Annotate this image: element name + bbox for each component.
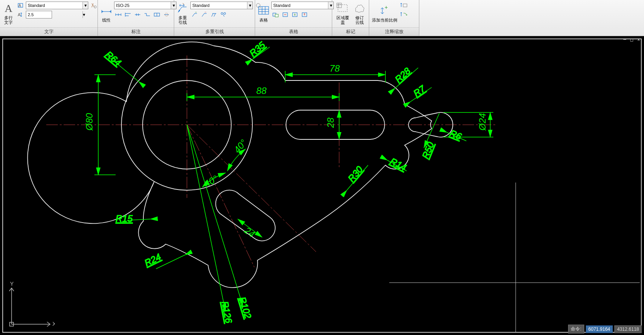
panel-annoscale: + 添加当前比例 注释缩放 <box>369 0 419 36</box>
chevron-down-icon[interactable]: ▾ <box>171 2 176 9</box>
dim-r64: R64 <box>104 49 123 68</box>
mleader-add-icon[interactable]: + <box>190 10 199 19</box>
panel-text: A 多行 文字 A ▾ A ▾ <box>0 0 98 36</box>
svg-text:A: A <box>18 12 21 17</box>
dim-24: 24 <box>242 225 257 240</box>
panel-title: 多重引线 <box>174 27 255 36</box>
panel-title: 表格 <box>255 27 332 36</box>
dim-quick-icon[interactable] <box>133 10 142 19</box>
dim-r126: R126 <box>220 300 234 324</box>
panel-title: 文字 <box>0 27 98 36</box>
table-icon <box>257 5 270 17</box>
dim-r35: R35 <box>247 39 267 58</box>
dim-baseline-icon[interactable] <box>124 10 132 19</box>
text-height-combo[interactable]: ▾ <box>26 11 52 18</box>
svg-rect-21 <box>403 4 407 7</box>
cad-drawing: 88 78 28 Ø80 Ø24 24 40° 40° R64 R35 <box>0 36 644 335</box>
chevron-down-icon[interactable]: ▾ <box>247 2 252 9</box>
dim-r102: R102 <box>237 296 254 320</box>
svg-text:+: + <box>195 12 197 14</box>
dim-r24: R24 <box>143 251 162 268</box>
dim-linear-icon <box>100 5 113 17</box>
dim-r50: R50 <box>420 140 436 160</box>
table-link-icon[interactable] <box>271 10 280 19</box>
dim-update-icon[interactable] <box>162 10 171 19</box>
dim-r28: R28 <box>393 65 412 85</box>
table-style-combo[interactable]: ▾ <box>271 2 334 9</box>
svg-rect-15 <box>275 14 278 17</box>
mleader-align-icon[interactable] <box>210 10 218 19</box>
text-height-icon[interactable]: A <box>16 10 25 19</box>
table-download-icon[interactable] <box>291 10 299 19</box>
scale-sync-icon[interactable] <box>399 10 408 19</box>
svg-point-10 <box>221 13 223 15</box>
ucs-x-label: X <box>52 321 55 327</box>
panel-title: 标注 <box>98 27 174 36</box>
mtext-icon: A <box>2 2 15 15</box>
coord-x[interactable]: 6071.9164 <box>586 325 613 333</box>
dim-tolerance-icon[interactable] <box>153 10 161 19</box>
singleline-text-icon[interactable]: A <box>16 1 25 10</box>
dim-r6: R6 <box>448 128 463 142</box>
scale-list-icon[interactable] <box>399 1 408 10</box>
dim-continue-icon[interactable] <box>114 10 123 19</box>
dim-28: 28 <box>325 117 336 128</box>
panel-dimension: 线性 ▾ 标注 <box>98 0 174 36</box>
ucs-icon: X Y <box>5 281 55 331</box>
wipeout-button[interactable]: 区域覆盖 <box>335 1 351 26</box>
find-text-icon[interactable] <box>89 1 98 10</box>
svg-text:+: + <box>385 5 388 10</box>
svg-rect-19 <box>338 5 347 12</box>
table-upload-icon[interactable] <box>300 10 309 19</box>
svg-text:A: A <box>18 3 21 8</box>
dim-78: 78 <box>330 63 340 74</box>
coord-y: 4312.6118 <box>614 325 642 333</box>
table-extract-icon[interactable] <box>281 10 289 19</box>
revcloud-button[interactable]: 修订 云线 <box>352 1 367 26</box>
svg-line-57 <box>187 125 243 306</box>
dim-88: 88 <box>256 85 267 96</box>
panel-mleader: 多重引线 ▾ + − 多重引线 <box>174 0 255 36</box>
chevron-down-icon[interactable]: ▾ <box>82 11 85 18</box>
ucs-y-label: Y <box>10 281 14 287</box>
mleader-style-combo[interactable]: ▾ <box>190 2 253 9</box>
table-button[interactable]: 表格 <box>257 1 270 26</box>
dim-style-manager-icon[interactable] <box>178 1 186 10</box>
ribbon: A 多行 文字 A ▾ A ▾ <box>0 0 644 36</box>
svg-rect-12 <box>259 7 269 14</box>
svg-text:−: − <box>205 12 207 14</box>
svg-point-11 <box>224 13 226 15</box>
add-scale-button[interactable]: + 添加当前比例 <box>372 1 398 26</box>
mtext-button[interactable]: A 多行 文字 <box>2 1 15 26</box>
dim-style-combo[interactable]: ▾ <box>114 2 177 9</box>
mleader-remove-icon[interactable]: − <box>200 10 209 19</box>
chevron-down-icon[interactable]: ▾ <box>82 2 88 9</box>
dim-dia80: Ø80 <box>84 113 94 131</box>
command-label: 命令: <box>568 325 584 333</box>
revcloud-icon <box>353 2 366 15</box>
add-scale-icon: + <box>378 5 391 17</box>
drawing-area[interactable]: ─ □ × <box>0 36 644 335</box>
wipeout-icon <box>336 2 349 15</box>
status-bar: 命令: 6071.9164 4312.6118 <box>568 325 642 333</box>
mleader-collect-icon[interactable] <box>219 10 228 19</box>
dim-linear-button[interactable]: 线性 <box>100 1 113 26</box>
svg-line-58 <box>187 125 225 312</box>
panel-markup: 区域覆盖 修订 云线 标记 <box>332 0 369 36</box>
panel-table: 表格 ▾ 表格 <box>255 0 332 36</box>
panel-title: 标记 <box>332 27 369 36</box>
dim-ordinate-icon[interactable] <box>143 10 151 19</box>
dim-r15: R15 <box>116 213 133 224</box>
dim-r30: R30 <box>346 164 365 184</box>
dim-r7: R7 <box>411 83 427 99</box>
dim-dia24: Ø24 <box>477 113 488 131</box>
text-style-combo[interactable]: ▾ <box>26 2 88 9</box>
dim-a40b: 40° <box>202 173 220 189</box>
panel-title: 注释缩放 <box>369 27 419 36</box>
